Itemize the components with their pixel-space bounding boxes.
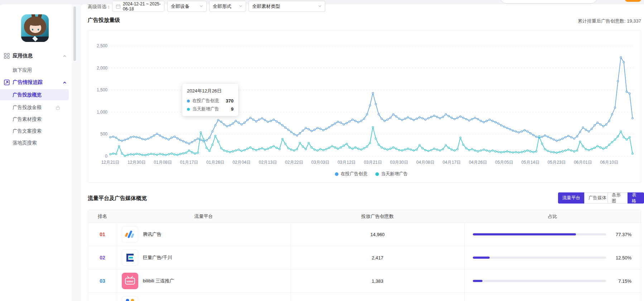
toggle-table-view[interactable]: 表格 [628, 192, 644, 204]
rank-badge: 03 [88, 269, 117, 292]
sidebar-item-ad-spend[interactable]: 广告投放金额 [0, 103, 72, 112]
sidebar-item-child-apps[interactable]: 旗下应用 [0, 66, 72, 75]
svg-text:06月01日: 06月01日 [574, 160, 592, 165]
toggle-traffic-platform[interactable]: 流量平台 [558, 192, 585, 204]
share-bar [473, 257, 606, 259]
chevron-down-icon [200, 4, 203, 9]
blue-dot [126, 299, 129, 301]
svg-text:05月05日: 05月05日 [495, 160, 513, 165]
svg-text:0: 0 [105, 154, 107, 159]
sidebar-group-app-info[interactable]: 应用信息 [0, 51, 72, 61]
chevron-up-icon[interactable] [63, 54, 67, 58]
trend-chart-card: 05001,0001,5002,0002,50012月21日12月30日01月0… [88, 30, 641, 183]
table-row: 01 腾讯广告 14,960 77.37% [88, 223, 641, 246]
sidebar-item-copy-search[interactable]: 广告文案搜索 [0, 126, 72, 136]
scrollbar-thumb[interactable] [73, 6, 76, 61]
toggle-ad-media[interactable]: 广告媒体 [584, 192, 611, 204]
share-percent: 77.37% [606, 232, 641, 237]
svg-text:03月03日: 03月03日 [311, 160, 330, 165]
svg-text:03月12日: 03月12日 [337, 160, 356, 165]
share-percent: 12.50% [606, 255, 641, 261]
svg-text:2,500: 2,500 [97, 43, 107, 48]
platform-name[interactable]: bilibili 三连推广 [143, 278, 174, 284]
svg-text:03月21日: 03月21日 [364, 160, 382, 165]
creative-count [290, 293, 464, 301]
sidebar: 应用信息 旗下应用 广告情报追踪 广告投放概览 广告投放金额 [0, 4, 72, 301]
search-input[interactable] [500, 0, 597, 4]
dots-logo [122, 296, 138, 301]
oceanengine-logo [122, 249, 138, 266]
chart-tooltip: 2024年12月26日 在投广告创意 370 当天新增广告 9 [182, 84, 238, 116]
sidebar-item-material-search[interactable]: 广告素材搜索 [0, 115, 72, 124]
svg-text:04月08日: 04月08日 [416, 160, 434, 165]
orange-dot [131, 299, 134, 301]
series-dot-teal [187, 108, 190, 111]
share-percent: 7.15% [606, 278, 641, 284]
ad-track-icon [4, 80, 10, 85]
svg-text:05月14日: 05月14日 [522, 160, 540, 165]
creative-count: 2,417 [290, 246, 464, 269]
rank-badge [88, 293, 117, 301]
svg-text:500: 500 [100, 132, 107, 137]
creative-count: 14,960 [290, 223, 464, 246]
platform-section-title: 流量平台及广告媒体概览 [88, 195, 147, 202]
creative-count: 1,383 [290, 269, 464, 292]
legend-dot-teal [375, 172, 379, 176]
svg-text:01月08日: 01月08日 [154, 160, 172, 165]
svg-text:05月23日: 05月23日 [548, 160, 566, 165]
total-creatives-value: 19,337 [627, 18, 641, 24]
svg-text:01月26日: 01月26日 [206, 160, 225, 165]
rank-badge: 02 [88, 246, 117, 269]
sidebar-group-label: 广告情报追踪 [13, 79, 43, 86]
view-toggle-group: 条形图 表格 [607, 192, 644, 204]
scrollbar-track [72, 4, 81, 301]
svg-text:04月17日: 04月17日 [443, 160, 461, 165]
legend-dot-blue [335, 172, 338, 176]
search-button[interactable] [625, 0, 641, 2]
chevron-down-icon [318, 4, 322, 9]
dimension-toggle-group: 流量平台 广告媒体 [558, 192, 611, 204]
lock-icon [56, 105, 60, 110]
table-header: 排名 流量平台 投放广告创意数 占比 [88, 210, 641, 223]
sidebar-item-ad-overview[interactable]: 广告投放概览 [0, 90, 72, 100]
svg-text:02月22日: 02月22日 [285, 160, 303, 165]
chevron-up-icon[interactable] [63, 81, 67, 85]
tooltip-row: 在投广告创意 370 [187, 98, 234, 104]
table-row: 02 巨量广告/千川 2,417 12.50% [88, 246, 641, 269]
date-range-value: 2024-12-21 ~ 2025-06-18 [123, 1, 161, 11]
chart-section-title: 广告投放量级 [88, 17, 120, 24]
rank-badge: 01 [88, 223, 117, 246]
sidebar-group-ad-intel[interactable]: 广告情报追踪 [0, 78, 72, 87]
date-range-picker[interactable]: 2024-12-21 ~ 2025-06-18 [112, 1, 164, 12]
trend-chart[interactable]: 05001,0001,5002,0002,50012月21日12月30日01月0… [88, 30, 641, 182]
device-select[interactable]: 全部设备 [167, 1, 207, 12]
table-row [88, 293, 641, 301]
sidebar-item-landing-search[interactable]: 落地页搜索 [0, 138, 72, 148]
sidebar-group-label: 应用信息 [13, 53, 33, 59]
material-type-select[interactable]: 全部素材类型 [249, 1, 325, 12]
svg-text:12月21日: 12月21日 [101, 160, 120, 165]
svg-text:1,500: 1,500 [97, 87, 107, 92]
advanced-filter-label: 高级筛选： [88, 4, 111, 10]
legend-item-active-creatives[interactable]: 在投广告创意 [335, 171, 367, 177]
chart-legend: 在投广告创意 当天新增广告 [110, 171, 633, 177]
svg-text:03月30日: 03月30日 [390, 160, 408, 165]
table-row: 03 bilibili bilibili 三连推广 1,383 7.15% [88, 269, 641, 293]
platform-name[interactable]: 腾讯广告 [143, 231, 162, 238]
toggle-bar-chart-view[interactable]: 条形图 [607, 192, 628, 204]
series-dot-blue [187, 100, 190, 102]
app-root: 应用信息 旗下应用 广告情报追踪 广告投放概览 广告投放金额 [0, 0, 644, 301]
grid-icon [4, 53, 10, 59]
tencent-ads-logo [122, 226, 138, 243]
tooltip-row: 当天新增广告 9 [187, 106, 234, 112]
legend-item-new-ads[interactable]: 当天新增广告 [375, 171, 408, 177]
share-bar [473, 233, 606, 235]
share-bar [473, 280, 606, 282]
tooltip-date: 2024年12月26日 [187, 88, 234, 94]
format-select[interactable]: 全部形式 [209, 1, 246, 12]
svg-text:06月10日: 06月10日 [600, 160, 618, 165]
app-avatar[interactable] [21, 14, 49, 42]
platform-table: 排名 流量平台 投放广告创意数 占比 01 腾讯广告 14,960 77.37%… [88, 210, 641, 301]
platform-name[interactable]: 巨量广告/千川 [143, 254, 172, 261]
svg-text:02月04日: 02月04日 [232, 160, 251, 165]
